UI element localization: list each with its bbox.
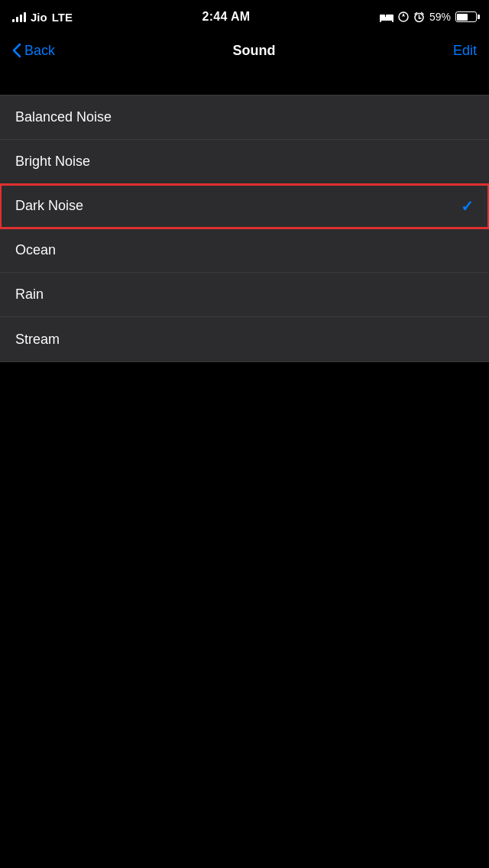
status-bar: Jio LTE 2:44 AM 59% [0, 0, 489, 34]
alarm-icon [413, 11, 425, 23]
back-label: Back [24, 43, 55, 59]
sound-option-label: Stream [15, 332, 60, 348]
svg-rect-4 [392, 20, 393, 22]
list-item[interactable]: Rain [0, 273, 489, 317]
page-title: Sound [233, 43, 276, 59]
sound-option-label: Ocean [15, 242, 56, 258]
battery-percent: 59% [429, 11, 451, 23]
bed-icon [380, 11, 393, 22]
back-button[interactable]: Back [12, 43, 55, 59]
svg-rect-2 [386, 15, 393, 18]
list-item[interactable]: Ocean [0, 228, 489, 273]
battery-icon [455, 11, 477, 22]
chevron-left-icon [12, 43, 21, 58]
sound-option-label: Dark Noise [15, 198, 83, 214]
sound-option-label: Balanced Noise [15, 109, 112, 125]
section-spacer [0, 67, 489, 95]
checkmark-icon: ✓ [461, 197, 474, 215]
sound-option-label: Rain [15, 287, 44, 303]
svg-marker-6 [402, 13, 405, 17]
network-type-label: LTE [52, 11, 73, 24]
navigation-bar: Back Sound Edit [0, 34, 489, 67]
list-item[interactable]: Stream [0, 317, 489, 361]
list-item[interactable]: Bright Noise [0, 140, 489, 184]
list-item[interactable]: Balanced Noise [0, 96, 489, 140]
signal-icon [12, 11, 26, 22]
location-icon [398, 11, 409, 22]
sound-option-label: Bright Noise [15, 154, 90, 170]
edit-button[interactable]: Edit [453, 43, 477, 59]
carrier-label: Jio [31, 11, 47, 24]
svg-rect-1 [380, 15, 385, 18]
sound-options-list: Balanced Noise Bright Noise Dark Noise ✓… [0, 95, 489, 362]
list-item-dark-noise[interactable]: Dark Noise ✓ [0, 184, 489, 228]
svg-rect-3 [380, 20, 381, 22]
status-left: Jio LTE [12, 11, 73, 24]
status-right: 59% [380, 11, 477, 23]
time-label: 2:44 AM [202, 10, 251, 24]
